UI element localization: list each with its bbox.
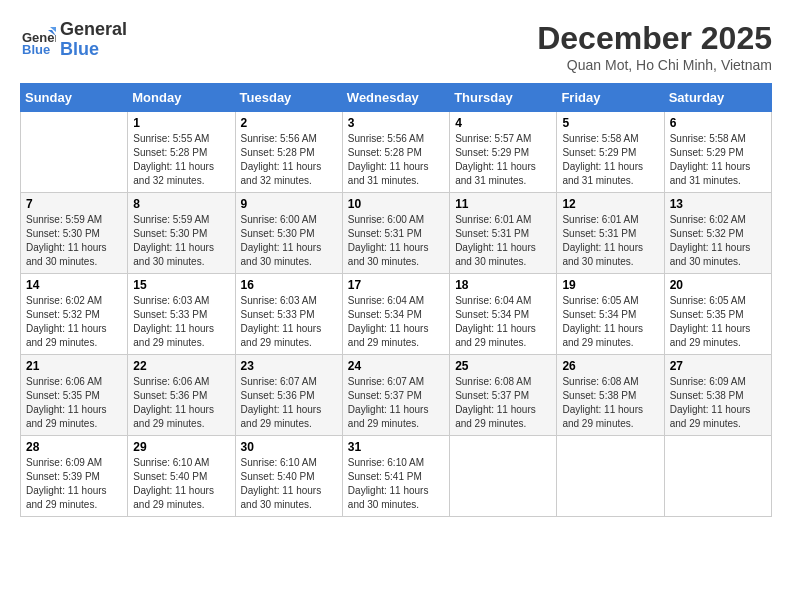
day-detail: Sunrise: 6:00 AMSunset: 5:31 PMDaylight:… <box>348 213 444 269</box>
day-detail: Sunrise: 5:56 AMSunset: 5:28 PMDaylight:… <box>241 132 337 188</box>
header-thursday: Thursday <box>450 84 557 112</box>
header-wednesday: Wednesday <box>342 84 449 112</box>
month-title: December 2025 <box>537 20 772 57</box>
day-number: 28 <box>26 440 122 454</box>
day-number: 23 <box>241 359 337 373</box>
header-monday: Monday <box>128 84 235 112</box>
day-cell <box>664 436 771 517</box>
day-detail: Sunrise: 5:59 AMSunset: 5:30 PMDaylight:… <box>133 213 229 269</box>
day-cell: 18Sunrise: 6:04 AMSunset: 5:34 PMDayligh… <box>450 274 557 355</box>
day-cell: 21Sunrise: 6:06 AMSunset: 5:35 PMDayligh… <box>21 355 128 436</box>
logo-text: General Blue <box>60 20 127 60</box>
day-detail: Sunrise: 6:09 AMSunset: 5:38 PMDaylight:… <box>670 375 766 431</box>
day-number: 26 <box>562 359 658 373</box>
day-detail: Sunrise: 5:58 AMSunset: 5:29 PMDaylight:… <box>670 132 766 188</box>
day-cell: 31Sunrise: 6:10 AMSunset: 5:41 PMDayligh… <box>342 436 449 517</box>
day-detail: Sunrise: 6:07 AMSunset: 5:37 PMDaylight:… <box>348 375 444 431</box>
header-friday: Friday <box>557 84 664 112</box>
week-row-1: 7Sunrise: 5:59 AMSunset: 5:30 PMDaylight… <box>21 193 772 274</box>
day-detail: Sunrise: 6:10 AMSunset: 5:40 PMDaylight:… <box>241 456 337 512</box>
day-number: 29 <box>133 440 229 454</box>
day-detail: Sunrise: 6:01 AMSunset: 5:31 PMDaylight:… <box>562 213 658 269</box>
day-cell: 20Sunrise: 6:05 AMSunset: 5:35 PMDayligh… <box>664 274 771 355</box>
day-detail: Sunrise: 6:06 AMSunset: 5:35 PMDaylight:… <box>26 375 122 431</box>
day-number: 10 <box>348 197 444 211</box>
day-detail: Sunrise: 5:55 AMSunset: 5:28 PMDaylight:… <box>133 132 229 188</box>
day-detail: Sunrise: 6:05 AMSunset: 5:34 PMDaylight:… <box>562 294 658 350</box>
header-tuesday: Tuesday <box>235 84 342 112</box>
day-detail: Sunrise: 6:10 AMSunset: 5:41 PMDaylight:… <box>348 456 444 512</box>
day-detail: Sunrise: 6:10 AMSunset: 5:40 PMDaylight:… <box>133 456 229 512</box>
day-detail: Sunrise: 6:07 AMSunset: 5:36 PMDaylight:… <box>241 375 337 431</box>
day-number: 11 <box>455 197 551 211</box>
day-detail: Sunrise: 6:02 AMSunset: 5:32 PMDaylight:… <box>670 213 766 269</box>
day-number: 3 <box>348 116 444 130</box>
day-cell: 28Sunrise: 6:09 AMSunset: 5:39 PMDayligh… <box>21 436 128 517</box>
day-number: 27 <box>670 359 766 373</box>
day-cell: 16Sunrise: 6:03 AMSunset: 5:33 PMDayligh… <box>235 274 342 355</box>
day-cell: 23Sunrise: 6:07 AMSunset: 5:36 PMDayligh… <box>235 355 342 436</box>
day-cell <box>450 436 557 517</box>
day-number: 9 <box>241 197 337 211</box>
day-cell: 17Sunrise: 6:04 AMSunset: 5:34 PMDayligh… <box>342 274 449 355</box>
day-number: 6 <box>670 116 766 130</box>
day-number: 13 <box>670 197 766 211</box>
day-detail: Sunrise: 6:03 AMSunset: 5:33 PMDaylight:… <box>133 294 229 350</box>
day-cell: 11Sunrise: 6:01 AMSunset: 5:31 PMDayligh… <box>450 193 557 274</box>
day-cell: 14Sunrise: 6:02 AMSunset: 5:32 PMDayligh… <box>21 274 128 355</box>
day-cell: 7Sunrise: 5:59 AMSunset: 5:30 PMDaylight… <box>21 193 128 274</box>
day-detail: Sunrise: 6:09 AMSunset: 5:39 PMDaylight:… <box>26 456 122 512</box>
day-cell: 15Sunrise: 6:03 AMSunset: 5:33 PMDayligh… <box>128 274 235 355</box>
day-number: 7 <box>26 197 122 211</box>
day-number: 18 <box>455 278 551 292</box>
day-cell: 29Sunrise: 6:10 AMSunset: 5:40 PMDayligh… <box>128 436 235 517</box>
day-cell: 1Sunrise: 5:55 AMSunset: 5:28 PMDaylight… <box>128 112 235 193</box>
day-number: 12 <box>562 197 658 211</box>
day-number: 17 <box>348 278 444 292</box>
week-row-2: 14Sunrise: 6:02 AMSunset: 5:32 PMDayligh… <box>21 274 772 355</box>
day-cell <box>21 112 128 193</box>
day-cell: 8Sunrise: 5:59 AMSunset: 5:30 PMDaylight… <box>128 193 235 274</box>
day-number: 4 <box>455 116 551 130</box>
day-number: 15 <box>133 278 229 292</box>
day-detail: Sunrise: 6:00 AMSunset: 5:30 PMDaylight:… <box>241 213 337 269</box>
day-cell: 26Sunrise: 6:08 AMSunset: 5:38 PMDayligh… <box>557 355 664 436</box>
day-cell: 2Sunrise: 5:56 AMSunset: 5:28 PMDaylight… <box>235 112 342 193</box>
day-cell: 9Sunrise: 6:00 AMSunset: 5:30 PMDaylight… <box>235 193 342 274</box>
day-number: 1 <box>133 116 229 130</box>
day-cell: 4Sunrise: 5:57 AMSunset: 5:29 PMDaylight… <box>450 112 557 193</box>
svg-text:Blue: Blue <box>22 42 50 57</box>
logo-blue-text: Blue <box>60 40 127 60</box>
logo: General Blue General Blue <box>20 20 127 60</box>
calendar-header-row: SundayMondayTuesdayWednesdayThursdayFrid… <box>21 84 772 112</box>
day-cell: 13Sunrise: 6:02 AMSunset: 5:32 PMDayligh… <box>664 193 771 274</box>
day-detail: Sunrise: 5:59 AMSunset: 5:30 PMDaylight:… <box>26 213 122 269</box>
day-number: 21 <box>26 359 122 373</box>
day-detail: Sunrise: 6:08 AMSunset: 5:38 PMDaylight:… <box>562 375 658 431</box>
day-detail: Sunrise: 6:01 AMSunset: 5:31 PMDaylight:… <box>455 213 551 269</box>
day-detail: Sunrise: 5:57 AMSunset: 5:29 PMDaylight:… <box>455 132 551 188</box>
day-cell: 19Sunrise: 6:05 AMSunset: 5:34 PMDayligh… <box>557 274 664 355</box>
day-cell: 3Sunrise: 5:56 AMSunset: 5:28 PMDaylight… <box>342 112 449 193</box>
day-detail: Sunrise: 6:08 AMSunset: 5:37 PMDaylight:… <box>455 375 551 431</box>
day-cell: 22Sunrise: 6:06 AMSunset: 5:36 PMDayligh… <box>128 355 235 436</box>
day-detail: Sunrise: 5:56 AMSunset: 5:28 PMDaylight:… <box>348 132 444 188</box>
logo-icon: General Blue <box>20 22 56 58</box>
day-number: 19 <box>562 278 658 292</box>
day-detail: Sunrise: 6:02 AMSunset: 5:32 PMDaylight:… <box>26 294 122 350</box>
day-detail: Sunrise: 6:04 AMSunset: 5:34 PMDaylight:… <box>348 294 444 350</box>
day-cell: 12Sunrise: 6:01 AMSunset: 5:31 PMDayligh… <box>557 193 664 274</box>
day-number: 20 <box>670 278 766 292</box>
day-cell: 30Sunrise: 6:10 AMSunset: 5:40 PMDayligh… <box>235 436 342 517</box>
header-saturday: Saturday <box>664 84 771 112</box>
day-cell: 25Sunrise: 6:08 AMSunset: 5:37 PMDayligh… <box>450 355 557 436</box>
logo-general-text: General <box>60 20 127 40</box>
day-cell: 6Sunrise: 5:58 AMSunset: 5:29 PMDaylight… <box>664 112 771 193</box>
calendar-table: SundayMondayTuesdayWednesdayThursdayFrid… <box>20 83 772 517</box>
day-cell: 27Sunrise: 6:09 AMSunset: 5:38 PMDayligh… <box>664 355 771 436</box>
day-number: 5 <box>562 116 658 130</box>
day-number: 14 <box>26 278 122 292</box>
day-cell: 10Sunrise: 6:00 AMSunset: 5:31 PMDayligh… <box>342 193 449 274</box>
day-detail: Sunrise: 6:03 AMSunset: 5:33 PMDaylight:… <box>241 294 337 350</box>
day-number: 31 <box>348 440 444 454</box>
